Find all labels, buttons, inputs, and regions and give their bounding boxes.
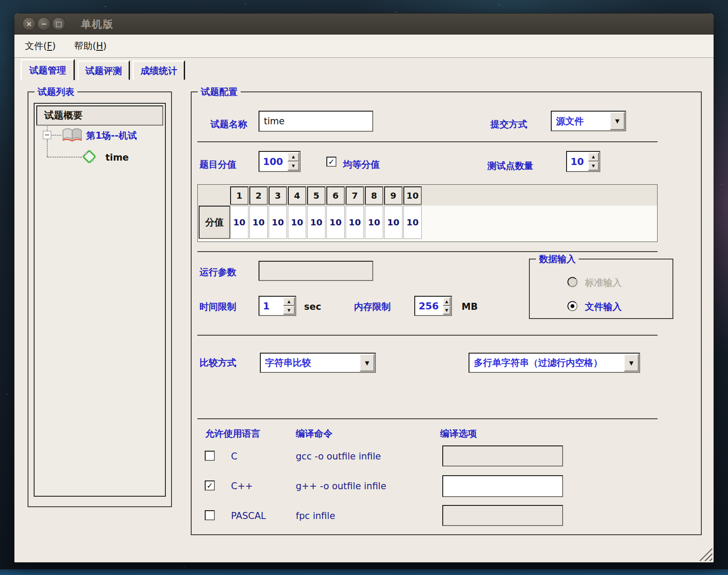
tab-score-stats[interactable]: 成绩统计 (133, 60, 185, 80)
separator (197, 141, 658, 142)
tree-connector (52, 135, 61, 136)
col-header: 8 (365, 186, 383, 205)
score-spinner[interactable]: 100 ▲ ▼ (259, 151, 301, 172)
submit-method-select[interactable]: 源文件 ▼ (551, 111, 626, 131)
tab-problem-judge[interactable]: 试题评测 (77, 60, 130, 80)
menu-file-text: 文件( (25, 41, 47, 51)
tree-connector (47, 157, 82, 158)
lang-c-checkbox[interactable] (205, 451, 215, 461)
desktop-stars (0, 0, 1, 1)
score-cell[interactable]: 10 (288, 206, 306, 239)
compare-method-value: 字符串比较 (261, 354, 359, 372)
name-input[interactable] (259, 111, 373, 132)
resize-grip[interactable] (699, 548, 712, 561)
lang-cpp-checkbox[interactable]: ✓ (205, 480, 215, 491)
spin-down-icon[interactable]: ▼ (588, 161, 599, 171)
score-cell[interactable]: 10 (269, 206, 287, 239)
run-args-label: 运行参数 (200, 266, 236, 278)
spin-up-icon[interactable]: ▲ (443, 297, 451, 306)
lang-pascal-checkbox[interactable] (205, 510, 215, 520)
problem-list-group-label: 试题列表 (35, 86, 77, 98)
time-limit-label: 时间限制 (200, 301, 236, 312)
lang-c-options-input (442, 445, 563, 466)
submit-method-value: 源文件 (552, 112, 609, 130)
separator (197, 335, 658, 336)
spin-up-icon[interactable]: ▲ (283, 297, 295, 306)
testcase-count-label: 测试点数量 (487, 160, 533, 172)
chevron-down-icon[interactable]: ▼ (360, 354, 374, 372)
spin-down-icon[interactable]: ▼ (287, 161, 299, 171)
compare-method-select[interactable]: 字符串比较 ▼ (260, 353, 376, 373)
spin-down-icon[interactable]: ▼ (283, 306, 295, 315)
submit-method-label: 提交方式 (490, 119, 527, 130)
score-cell[interactable]: 10 (326, 206, 345, 239)
lang-cpp-command: g++ -o outfile infile (296, 480, 386, 492)
score-table: 1 2 3 4 5 6 7 8 9 10 分值 10 10 10 10 10 1… (197, 184, 658, 242)
separator (197, 251, 658, 252)
equal-score-label: 均等分值 (343, 159, 380, 170)
score-cell[interactable]: 10 (307, 206, 326, 239)
maximize-icon[interactable]: □ (52, 17, 66, 31)
lang-pascal-label: PASCAL (231, 510, 266, 522)
problem-diamond-icon (81, 148, 98, 165)
row-header-score: 分值 (199, 206, 230, 239)
tree-connector (47, 140, 48, 157)
problem-list-group: 试题列表 试题概要 − 第1场--机试 time (28, 91, 172, 507)
score-cell[interactable]: 10 (384, 206, 402, 239)
col-header: 4 (288, 186, 306, 205)
name-label: 试题名称 (210, 119, 247, 130)
testcase-count-value: 10 (567, 152, 588, 171)
compare-mode-value: 多行单字符串（过滤行内空格） (469, 354, 623, 372)
time-limit-spinner[interactable]: 1 ▲ ▼ (259, 296, 296, 316)
score-value: 100 (259, 152, 287, 171)
col-header: 2 (249, 186, 268, 205)
equal-score-checkbox[interactable]: ✓ (326, 157, 336, 167)
data-input-group-label: 数据输入 (536, 253, 579, 265)
file-input-radio[interactable] (567, 301, 578, 311)
allowed-languages-header: 允许使用语言 (205, 428, 260, 439)
compare-mode-select[interactable]: 多行单字符串（过滤行内空格） ▼ (469, 353, 640, 373)
chevron-down-icon[interactable]: ▼ (624, 354, 639, 372)
tree-item-problem[interactable]: time (105, 152, 129, 163)
data-input-group: 数据输入 标准输入 文件输入 (529, 259, 673, 319)
col-header: 6 (326, 186, 345, 205)
score-cell[interactable]: 10 (365, 206, 383, 239)
problem-tree-panel: 试题概要 − 第1场--机试 time (34, 103, 166, 497)
menubar: 文件(F) 帮助(H) (14, 35, 714, 58)
tree-item-contest[interactable]: 第1场--机试 (86, 130, 137, 141)
tree-collapse-icon[interactable]: − (43, 131, 51, 139)
spin-down-icon[interactable]: ▼ (443, 306, 451, 315)
menu-file[interactable]: 文件(F) (21, 38, 60, 54)
memory-limit-label: 内存限制 (354, 301, 391, 312)
testcase-count-spinner[interactable]: 10 ▲ ▼ (566, 151, 600, 172)
titlebar[interactable]: × − □ 单机版 (14, 14, 714, 35)
spin-up-icon[interactable]: ▲ (588, 152, 599, 161)
problem-tree-header[interactable]: 试题概要 (36, 105, 163, 126)
menu-help-close: ) (103, 41, 107, 51)
file-input-label: 文件输入 (585, 301, 622, 312)
stdin-radio (567, 277, 578, 287)
spin-up-icon[interactable]: ▲ (287, 152, 299, 161)
lang-pascal-command: fpc infile (296, 510, 335, 522)
col-header: 5 (307, 186, 326, 205)
lang-cpp-options-input[interactable] (442, 475, 563, 497)
tab-problem-manage[interactable]: 试题管理 (21, 59, 75, 80)
chevron-down-icon[interactable]: ▼ (610, 112, 625, 130)
stdin-label: 标准输入 (585, 277, 622, 288)
col-header: 9 (384, 186, 402, 205)
compare-method-label: 比较方式 (200, 357, 236, 368)
lang-c-command: gcc -o outfile infile (296, 451, 381, 462)
lang-c-label: C (231, 451, 238, 462)
score-cell[interactable]: 10 (249, 206, 268, 239)
minimize-icon[interactable]: − (37, 17, 51, 31)
menu-help[interactable]: 帮助(H) (71, 38, 110, 54)
close-icon[interactable]: × (22, 17, 36, 31)
compile-command-header: 编译命令 (296, 428, 332, 439)
col-header: 3 (269, 186, 287, 205)
menu-file-mnemonic: F (47, 41, 52, 51)
score-cell[interactable]: 10 (346, 206, 364, 239)
score-cell[interactable]: 10 (403, 206, 422, 239)
memory-limit-spinner[interactable]: 256 ▲ ▼ (414, 296, 452, 316)
score-cell[interactable]: 10 (230, 206, 248, 239)
app-window: × − □ 单机版 文件(F) 帮助(H) 试题管理 试题评测 成绩统计 试题列… (14, 13, 714, 563)
